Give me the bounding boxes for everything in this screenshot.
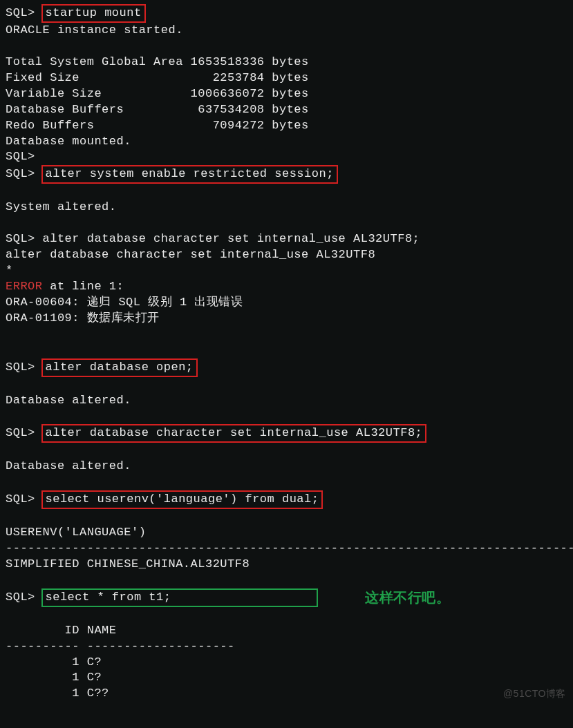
table-header: ID NAME — [6, 623, 567, 639]
table-row: 1 C?? — [6, 686, 567, 702]
cmd-startup-mount: startup mount — [41, 4, 146, 23]
sql-line-3: SQL> alter database character set intern… — [6, 231, 567, 247]
dash-line-2: ---------- -------------------- — [6, 639, 567, 655]
sga-header: Total System Global Area 1653518336 byte… — [6, 55, 567, 70]
error-line: ERROR at line 1: — [6, 279, 567, 295]
dash-line-1: ----------------------------------------… — [6, 541, 567, 557]
system-altered: System altered. — [6, 200, 567, 215]
variable-size: Variable Size 1006636072 bytes — [6, 86, 567, 102]
sql-line-1: SQL> startup mount — [6, 4, 567, 23]
error-rest: at line 1: — [43, 280, 124, 293]
ora-00604: ORA-00604: 递归 SQL 级别 1 出现错误 — [6, 295, 567, 311]
cmd-select-t1: select * from t1; — [41, 588, 318, 607]
blank — [6, 573, 567, 588]
sql-empty-prompt: SQL> — [6, 149, 567, 165]
echo-charset: alter database character set internal_us… — [6, 247, 567, 263]
sql-line-2: SQL> alter system enable restricted sess… — [6, 165, 567, 184]
cmd-db-open: alter database open; — [41, 358, 198, 377]
cmd-charset-2: alter database character set internal_us… — [41, 424, 427, 443]
blank — [6, 39, 567, 55]
instance-started: ORACLE instance started. — [6, 23, 567, 39]
blank — [6, 443, 567, 459]
sql-line-5: SQL> alter database character set intern… — [6, 424, 567, 443]
prompt: SQL> — [6, 492, 35, 506]
watermark: @51CTO博客 — [503, 687, 566, 700]
cmd-restricted-session: alter system enable restricted session; — [41, 165, 338, 184]
ora-01109: ORA-01109: 数据库未打开 — [6, 311, 567, 327]
database-buffers: Database Buffers 637534208 bytes — [6, 102, 567, 118]
blank — [6, 475, 567, 490]
fixed-size: Fixed Size 2253784 bytes — [6, 70, 567, 86]
blank — [6, 377, 567, 393]
table-row: 1 C? — [6, 655, 567, 671]
blank — [6, 408, 567, 424]
userenv-header: USERENV('LANGUAGE') — [6, 525, 567, 541]
database-mounted: Database mounted. — [6, 134, 567, 150]
prompt: SQL> — [6, 167, 35, 180]
blank — [6, 343, 567, 358]
sql-line-4: SQL> alter database open; — [6, 358, 567, 377]
blank — [6, 184, 567, 200]
sql-line-6: SQL> select userenv('language') from dua… — [6, 490, 567, 509]
language-value: SIMPLIFIED CHINESE_CHINA.AL32UTF8 — [6, 557, 567, 573]
blank — [6, 607, 567, 623]
cmd-userenv: select userenv('language') from dual; — [41, 490, 323, 509]
redo-buffers: Redo Buffers 7094272 bytes — [6, 118, 567, 134]
sql-line-7: SQL> select * from t1;这样不行吧。 — [6, 588, 567, 607]
blank — [6, 215, 567, 231]
prompt: SQL> — [6, 361, 35, 374]
blank — [6, 509, 567, 525]
annotation-text: 这样不行吧。 — [365, 588, 450, 607]
blank — [6, 327, 567, 343]
prompt: SQL> — [6, 6, 35, 19]
star: * — [6, 263, 567, 279]
table-row: 1 C? — [6, 670, 567, 686]
database-altered-2: Database altered. — [6, 459, 567, 475]
prompt: SQL> — [6, 591, 35, 604]
database-altered-1: Database altered. — [6, 393, 567, 409]
error-keyword: ERROR — [6, 280, 43, 293]
cmd-charset-1: alter database character set internal_us… — [43, 232, 420, 245]
prompt: SQL> — [6, 232, 35, 245]
prompt: SQL> — [6, 426, 35, 439]
